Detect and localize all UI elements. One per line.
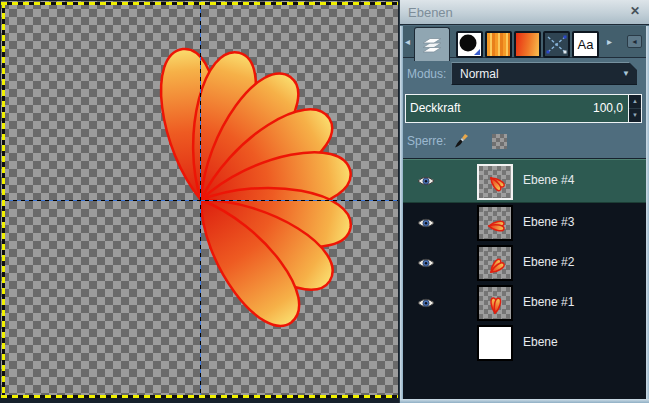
tab-gradients[interactable] bbox=[514, 31, 541, 58]
mode-value: Normal bbox=[460, 67, 499, 81]
paths-icon bbox=[545, 33, 568, 56]
opacity-label: Deckkraft bbox=[410, 101, 461, 115]
selection-marquee-top bbox=[1, 2, 398, 5]
opacity-slider-fill: Deckkraft 100,0 bbox=[406, 95, 628, 122]
thumbnail-petals-n bbox=[479, 287, 515, 323]
layer-name[interactable]: Ebene #3 bbox=[523, 215, 574, 229]
layer-thumbnail[interactable] bbox=[477, 164, 513, 200]
layers-dock: Ebenen ✕ ◂ bbox=[399, 0, 649, 403]
dock-title: Ebenen bbox=[408, 5, 453, 20]
visibility-eye-icon[interactable] bbox=[417, 175, 435, 187]
lock-label: Sperre: bbox=[407, 134, 446, 148]
mode-dropdown[interactable]: Normal ▼ bbox=[451, 62, 637, 85]
alpha-lock-icon[interactable] bbox=[492, 134, 507, 149]
opacity-row: Deckkraft 100,0 ▲ ▼ bbox=[400, 90, 649, 126]
lock-row: Sperre: bbox=[400, 126, 649, 158]
fonts-icon: Aa bbox=[578, 37, 594, 52]
chevron-down-icon: ▼ bbox=[622, 63, 630, 85]
layer-name[interactable]: Ebene #1 bbox=[523, 295, 574, 309]
gimp-window: Ebenen ✕ ◂ bbox=[0, 0, 649, 403]
image-canvas[interactable] bbox=[0, 0, 399, 403]
tab-fonts[interactable]: Aa bbox=[572, 31, 599, 58]
layer-name[interactable]: Ebene #4 bbox=[523, 173, 574, 187]
dock-menu-button[interactable]: ◄ bbox=[627, 35, 642, 48]
layers-stack-icon bbox=[420, 35, 444, 54]
layer-thumbnail[interactable] bbox=[477, 245, 513, 281]
opacity-value: 100,0 bbox=[593, 101, 623, 115]
layer-thumbnail[interactable] bbox=[477, 205, 513, 241]
thumbnail-petals-se bbox=[479, 166, 515, 202]
panel-frame-bottom bbox=[400, 399, 649, 403]
layer-name[interactable]: Ebene bbox=[523, 335, 558, 349]
tab-channels[interactable] bbox=[456, 31, 483, 58]
visibility-eye-icon[interactable] bbox=[417, 297, 435, 309]
opacity-slider[interactable]: Deckkraft 100,0 ▲ ▼ bbox=[405, 94, 642, 123]
thumbnail-petals-e bbox=[479, 207, 515, 243]
spin-down-icon[interactable]: ▼ bbox=[629, 109, 641, 122]
layer-row-ebene-1[interactable]: Ebene #1 bbox=[403, 283, 646, 323]
thumbnail-petals-ne bbox=[479, 247, 515, 283]
visibility-eye-icon[interactable] bbox=[417, 217, 435, 229]
selection-marquee-left bbox=[2, 2, 5, 396]
tab-scroll-right-icon[interactable]: ▸ bbox=[607, 37, 612, 47]
selection-marquee-bottom bbox=[1, 395, 398, 398]
layer-row-ebene-2[interactable]: Ebene #2 bbox=[403, 243, 646, 283]
tab-patterns[interactable] bbox=[485, 31, 512, 58]
spin-up-icon[interactable]: ▲ bbox=[629, 95, 641, 109]
paintbrush-lock-icon[interactable] bbox=[452, 132, 470, 150]
visibility-eye-icon[interactable] bbox=[417, 257, 435, 269]
dock-menu-icon: ◄ bbox=[631, 38, 638, 45]
channels-icon bbox=[458, 33, 481, 56]
dock-tab-bar: ◂ bbox=[400, 26, 649, 58]
layer-row-ebene-3[interactable]: Ebene #3 bbox=[403, 203, 646, 243]
tab-scroll-left-icon[interactable]: ◂ bbox=[405, 37, 410, 47]
mode-row: Modus: Normal ▼ bbox=[400, 58, 649, 90]
layer-row-ebene-4[interactable]: Ebene #4 bbox=[403, 159, 646, 203]
tab-paths[interactable] bbox=[543, 31, 570, 58]
dock-titlebar[interactable]: Ebenen ✕ bbox=[400, 0, 649, 25]
layer-name[interactable]: Ebene #2 bbox=[523, 255, 574, 269]
layer-thumbnail-white[interactable] bbox=[477, 325, 513, 361]
mode-label: Modus: bbox=[407, 67, 446, 81]
opacity-spinner: ▲ ▼ bbox=[628, 95, 641, 122]
layer-thumbnail[interactable] bbox=[477, 285, 513, 321]
patterns-icon bbox=[487, 33, 510, 56]
panel-frame-left bbox=[400, 26, 403, 403]
tab-layers[interactable] bbox=[414, 27, 450, 61]
horizontal-guide[interactable] bbox=[1, 200, 398, 201]
layer-row-ebene[interactable]: Ebene bbox=[403, 323, 646, 363]
petal-fan bbox=[157, 46, 356, 340]
close-icon[interactable]: ✕ bbox=[630, 4, 640, 18]
layer-list: Ebene #4 bbox=[403, 158, 646, 399]
gradients-icon bbox=[516, 33, 539, 56]
